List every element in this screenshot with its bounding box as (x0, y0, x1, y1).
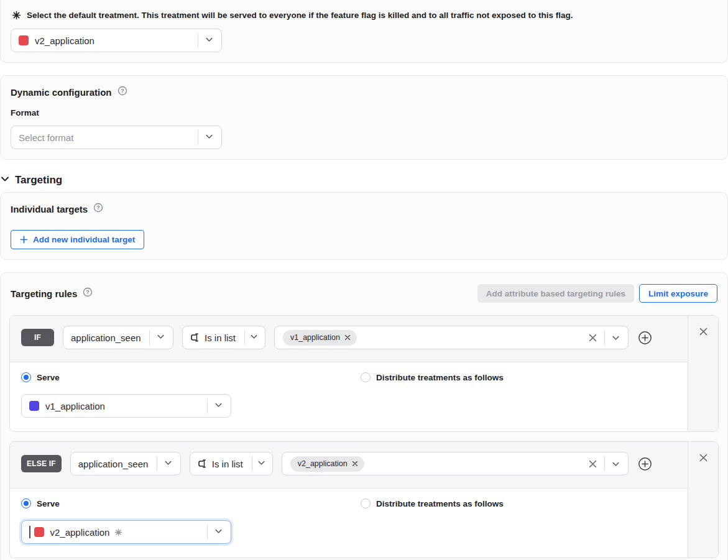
distribute-label: Distribute treatments as follows (376, 499, 504, 508)
serve-treatment-select[interactable]: v1_application (21, 394, 231, 418)
treatment-color-swatch (29, 401, 39, 411)
add-condition-icon[interactable] (637, 330, 653, 346)
chevron-down-icon (156, 332, 165, 344)
attribute-select[interactable]: application_seen (70, 452, 181, 475)
collapse-chevron-icon[interactable] (0, 174, 10, 186)
default-treatment-note: Select the default treatment. This treat… (11, 7, 717, 29)
select-divider (198, 130, 198, 145)
format-select-placeholder: Select format (19, 132, 73, 143)
targeting-title: Targeting (15, 174, 62, 186)
clear-values-icon[interactable] (587, 459, 598, 469)
individual-targets-card: Individual targets ? Add new individual … (0, 192, 728, 260)
chip-remove-icon[interactable] (344, 334, 351, 341)
delete-rule-icon[interactable] (698, 326, 709, 431)
targeting-rules-card: Targeting rules ? Add attribute based ta… (0, 272, 728, 560)
treatment-color-swatch (19, 35, 29, 45)
targeting-section-header: Targeting (0, 174, 728, 186)
chevron-down-icon (205, 132, 214, 144)
individual-targets-title: Individual targets (11, 204, 88, 214)
targeting-rule-2: ELSE IF application_seen Is in list (9, 441, 719, 558)
plus-icon (20, 236, 28, 244)
clear-values-icon[interactable] (587, 333, 598, 343)
rule-keyword-badge: IF (21, 329, 54, 346)
dynamic-configuration-title: Dynamic configuration (11, 87, 112, 98)
string-matcher-icon (189, 332, 200, 343)
default-treatment-card: Select the default treatment. This treat… (0, 0, 728, 63)
text-caret (29, 526, 30, 538)
add-attribute-rules-button[interactable]: Add attribute based targeting rules (477, 284, 634, 303)
help-icon[interactable]: ? (93, 203, 103, 215)
distribute-label: Distribute treatments as follows (376, 373, 504, 382)
targeting-rule-1: IF application_seen Is in list (9, 315, 719, 432)
matcher-select[interactable]: Is in list (190, 452, 273, 475)
distribute-radio[interactable] (361, 498, 371, 508)
serve-label: Serve (37, 373, 60, 382)
matcher-value: Is in list (205, 333, 236, 343)
attribute-select[interactable]: application_seen (63, 326, 173, 349)
help-icon[interactable]: ? (117, 86, 127, 98)
default-treatment-value: v2_application (35, 35, 94, 46)
dynamic-configuration-card: Dynamic configuration ? Format Select fo… (0, 75, 728, 160)
serve-treatment-select[interactable]: v2_application (21, 520, 231, 544)
attribute-value: application_seen (78, 459, 149, 469)
add-individual-target-label: Add new individual target (33, 235, 135, 244)
serve-option[interactable]: Serve (21, 372, 361, 382)
string-matcher-icon (196, 458, 208, 469)
serve-label: Serve (37, 499, 60, 508)
distribute-option[interactable]: Distribute treatments as follows (361, 498, 504, 508)
list-value-chip: v2_application (290, 456, 364, 472)
chevron-down-icon (214, 400, 223, 412)
targeting-rules-title: Targeting rules (11, 288, 77, 299)
format-label: Format (11, 108, 717, 117)
svg-text:?: ? (121, 88, 124, 94)
distribute-radio[interactable] (361, 372, 371, 382)
list-values-input[interactable]: v2_application (282, 452, 629, 475)
svg-text:?: ? (96, 204, 100, 211)
chip-label: v2_application (298, 459, 348, 468)
distribute-option[interactable]: Distribute treatments as follows (361, 372, 504, 382)
serve-option[interactable]: Serve (21, 498, 361, 508)
chevron-down-icon (205, 35, 214, 47)
chevron-down-icon[interactable] (611, 333, 620, 342)
svg-text:?: ? (86, 289, 90, 295)
serve-treatment-value: v1_application (45, 401, 105, 411)
serve-radio[interactable] (21, 498, 31, 508)
chevron-down-icon (257, 458, 266, 470)
limit-exposure-button[interactable]: Limit exposure (639, 284, 717, 303)
serve-treatment-value: v2_application (50, 527, 110, 538)
format-select[interactable]: Select format (11, 126, 222, 149)
feature-flag-definition-page: Select the default treatment. This treat… (0, 0, 728, 560)
chip-label: v1_application (290, 333, 340, 342)
default-marker-icon (12, 9, 21, 22)
matcher-value: Is in list (212, 459, 243, 469)
help-icon[interactable]: ? (83, 287, 93, 300)
serve-radio[interactable] (21, 372, 31, 382)
select-divider (198, 33, 198, 48)
default-treatment-select[interactable]: v2_application (11, 29, 222, 52)
add-individual-target-button[interactable]: Add new individual target (11, 230, 144, 249)
matcher-select[interactable]: Is in list (182, 326, 265, 349)
delete-rule-icon[interactable] (698, 452, 709, 558)
default-marker-icon (114, 528, 122, 536)
list-values-input[interactable]: v1_application (274, 326, 629, 349)
default-treatment-note-text: Select the default treatment. This treat… (27, 9, 573, 21)
chevron-down-icon (214, 526, 223, 538)
rule-keyword-badge: ELSE IF (21, 455, 62, 472)
chevron-down-icon (249, 332, 259, 344)
treatment-color-swatch (34, 527, 44, 537)
chevron-down-icon (164, 458, 173, 470)
chevron-down-icon[interactable] (611, 459, 620, 469)
add-condition-icon[interactable] (637, 456, 653, 472)
attribute-value: application_seen (71, 333, 141, 343)
list-value-chip: v1_application (283, 330, 357, 346)
chip-remove-icon[interactable] (352, 461, 358, 467)
